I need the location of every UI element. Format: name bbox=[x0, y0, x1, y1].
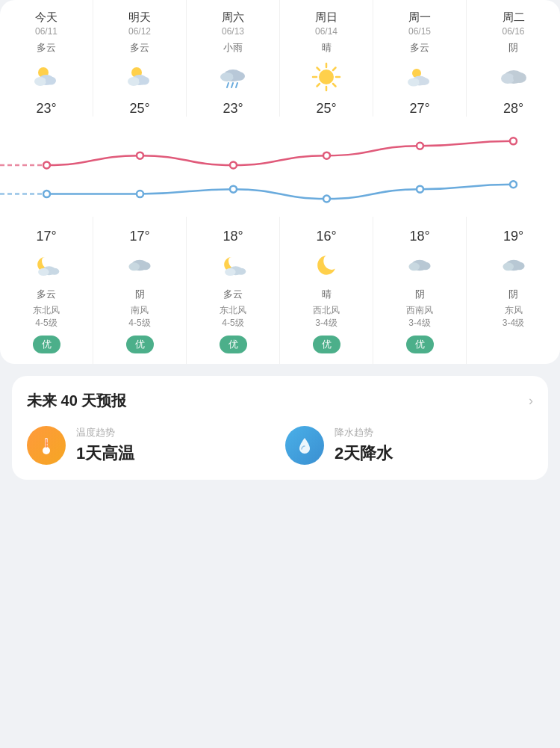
svg-point-57 bbox=[503, 262, 514, 271]
day-col-4: 周一 06/15 多云 27° bbox=[373, 0, 467, 117]
night-condition-4: 阴 bbox=[415, 288, 425, 301]
high-temp-0: 23° bbox=[36, 101, 56, 117]
bottom-col-4: 18° 阴 西南风 3-4级 优 bbox=[373, 217, 467, 364]
aqi-badge-0: 优 bbox=[33, 336, 60, 353]
svg-point-55 bbox=[420, 262, 431, 270]
rain-trend-value: 2天降水 bbox=[335, 442, 393, 465]
night-icon-1 bbox=[123, 249, 156, 282]
svg-point-45 bbox=[38, 268, 49, 276]
day-date-0: 06/11 bbox=[35, 26, 57, 37]
aqi-badge-1: 优 bbox=[126, 336, 154, 353]
day-icon-1 bbox=[122, 59, 158, 95]
wind-direction-4: 西南风 bbox=[406, 304, 433, 317]
day-col-3: 周日 06/14 晴 25° bbox=[280, 0, 373, 117]
svg-point-35 bbox=[323, 152, 330, 159]
night-icon-3 bbox=[310, 249, 343, 282]
svg-line-20 bbox=[333, 84, 336, 87]
wind-level-1: 4-5级 bbox=[128, 317, 150, 330]
low-temp-4: 18° bbox=[409, 229, 429, 244]
day-name-2: 周六 bbox=[222, 10, 244, 25]
svg-point-25 bbox=[408, 78, 420, 87]
low-temp-1: 17° bbox=[129, 229, 149, 244]
forecast-40-title: 未来 40 天预报 bbox=[27, 391, 126, 411]
svg-point-52 bbox=[237, 268, 246, 275]
day-condition-3: 晴 bbox=[322, 41, 332, 55]
svg-point-6 bbox=[128, 77, 140, 86]
aqi-badge-4: 优 bbox=[406, 336, 434, 353]
wind-level-5: 3-4级 bbox=[503, 317, 524, 330]
temp-trend-icon bbox=[27, 426, 66, 465]
wind-level-3: 3-4级 bbox=[315, 317, 337, 330]
high-temp-4: 27° bbox=[409, 101, 429, 117]
wind-direction-1: 南风 bbox=[131, 304, 149, 317]
day-col-5: 周二 06/16 阴 28° bbox=[467, 0, 560, 117]
day-name-3: 周日 bbox=[315, 10, 337, 25]
temp-trend-card[interactable]: 温度趋势 1天高温 bbox=[27, 426, 275, 465]
rain-trend-icon bbox=[285, 426, 324, 465]
wind-direction-0: 东北风 bbox=[33, 304, 60, 317]
temp-trend-label: 温度趋势 bbox=[76, 426, 134, 439]
day-col-1: 明天 06/12 多云 25° bbox=[93, 0, 187, 117]
day-col-2: 周六 06/13 小雨 23° bbox=[187, 0, 280, 117]
svg-line-19 bbox=[317, 68, 320, 71]
svg-point-3 bbox=[46, 77, 56, 85]
svg-point-14 bbox=[319, 69, 334, 84]
rain-trend-label: 降水趋势 bbox=[335, 426, 393, 439]
svg-point-54 bbox=[408, 262, 420, 271]
day-condition-0: 多云 bbox=[37, 41, 56, 55]
svg-point-2 bbox=[34, 77, 46, 86]
aqi-badge-2: 优 bbox=[220, 336, 247, 353]
svg-line-21 bbox=[333, 68, 336, 71]
wind-direction-5: 东风 bbox=[505, 304, 523, 317]
svg-line-12 bbox=[231, 83, 233, 87]
svg-point-33 bbox=[137, 152, 143, 159]
high-temp-3: 25° bbox=[316, 101, 336, 117]
svg-point-7 bbox=[139, 77, 149, 85]
day-date-2: 06/13 bbox=[222, 26, 244, 37]
svg-point-40 bbox=[230, 186, 237, 193]
night-condition-2: 多云 bbox=[223, 288, 243, 301]
night-icon-4 bbox=[403, 249, 436, 282]
weekly-forecast-card: 今天 06/11 多云 23° 明天 06/12 多云 25° 周六 06/13… bbox=[0, 0, 560, 364]
low-temp-3: 16° bbox=[316, 229, 336, 244]
day-icon-3 bbox=[308, 59, 344, 95]
night-condition-1: 阴 bbox=[135, 288, 145, 301]
night-icon-5 bbox=[497, 249, 530, 282]
night-condition-0: 多云 bbox=[37, 288, 56, 301]
day-name-1: 明天 bbox=[128, 10, 151, 25]
day-date-1: 06/12 bbox=[128, 26, 151, 37]
day-condition-1: 多云 bbox=[130, 41, 149, 55]
svg-point-26 bbox=[419, 78, 429, 85]
svg-point-28 bbox=[501, 73, 514, 84]
svg-point-58 bbox=[514, 262, 525, 270]
chevron-right-icon[interactable]: › bbox=[529, 393, 533, 409]
low-temp-0: 17° bbox=[36, 229, 56, 244]
svg-line-22 bbox=[317, 84, 320, 87]
high-temp-1: 25° bbox=[129, 101, 149, 117]
rain-trend-card[interactable]: 降水趋势 2天降水 bbox=[285, 426, 533, 465]
svg-point-29 bbox=[513, 72, 526, 83]
bottom-col-3: 16° 晴 西北风 3-4级 优 bbox=[280, 217, 373, 364]
wind-level-2: 4-5级 bbox=[222, 317, 243, 330]
night-condition-3: 晴 bbox=[322, 288, 332, 301]
high-temp-2: 23° bbox=[223, 101, 243, 117]
svg-point-39 bbox=[137, 191, 143, 197]
svg-point-36 bbox=[417, 143, 423, 149]
day-condition-5: 阴 bbox=[508, 41, 518, 55]
low-temp-2: 18° bbox=[223, 229, 243, 244]
wind-direction-3: 西北风 bbox=[313, 304, 340, 317]
svg-point-34 bbox=[230, 162, 237, 169]
svg-point-37 bbox=[510, 137, 517, 144]
day-name-5: 周二 bbox=[503, 10, 525, 25]
wind-level-0: 4-5级 bbox=[35, 317, 57, 330]
day-name-4: 周一 bbox=[408, 10, 431, 25]
low-temp-5: 19° bbox=[503, 229, 523, 244]
wind-direction-2: 东北风 bbox=[220, 304, 246, 317]
night-icon-0 bbox=[30, 249, 63, 282]
night-condition-5: 阴 bbox=[508, 288, 518, 301]
svg-point-60 bbox=[43, 447, 50, 454]
rain-trend-info: 降水趋势 2天降水 bbox=[335, 426, 393, 465]
svg-point-9 bbox=[220, 72, 234, 81]
svg-line-13 bbox=[236, 83, 237, 87]
day-icon-2 bbox=[215, 59, 251, 95]
